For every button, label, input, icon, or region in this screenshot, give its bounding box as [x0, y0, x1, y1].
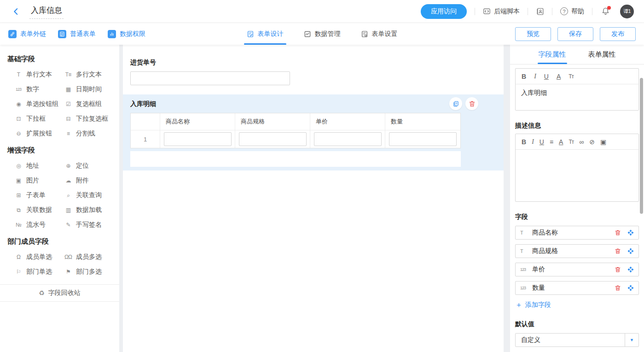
panel-scrollbar-thumb[interactable] — [640, 78, 643, 214]
field-row-product-name[interactable]: T 商品名称 — [515, 226, 639, 240]
data-permission-label: 数据权限 — [120, 30, 145, 38]
palette-item-subform[interactable]: ⊞子表单 — [15, 191, 64, 199]
field-title-input[interactable]: 入库明细 — [516, 84, 638, 110]
align-icon[interactable]: ≡ — [550, 139, 553, 145]
back-button[interactable] — [10, 6, 22, 18]
palette-item-label: 部门单选 — [26, 268, 52, 276]
palette-grid-members: Ω成员单选 ΩΩ成员多选 ⚐部门单选 ⚑部门多选 — [0, 253, 119, 276]
insert-image-icon[interactable]: ▣ — [600, 139, 606, 145]
palette-item-label: 定位 — [76, 162, 89, 170]
palette-item-location[interactable]: ⊕定位 — [64, 162, 116, 170]
form-external-link-button[interactable]: 表单外链 — [8, 30, 46, 38]
unlink-icon[interactable]: ⊘ — [589, 139, 595, 145]
tab-data-manage[interactable]: 数据管理 — [304, 23, 341, 45]
publish-button[interactable]: 发布 — [600, 27, 636, 41]
copy-widget-button[interactable] — [449, 97, 462, 110]
palette-item-dropdown-multi[interactable]: ⊟下拉复选框 — [64, 115, 116, 123]
underline-icon[interactable]: U — [544, 73, 549, 80]
tab-field-properties[interactable]: 字段属性 — [539, 45, 566, 64]
backend-script-button[interactable]: 后端脚本 — [483, 7, 520, 16]
contacts-button[interactable] — [536, 7, 544, 16]
tab-form-properties[interactable]: 表单属性 — [588, 45, 616, 64]
delete-field-button[interactable] — [615, 266, 621, 273]
field-recycle-bin-button[interactable]: ♻ 字段回收站 — [0, 284, 119, 302]
help-button[interactable]: 帮助 — [560, 7, 584, 16]
purchase-order-input[interactable] — [130, 71, 290, 85]
palette-item-label: 成员多选 — [76, 253, 102, 261]
link-icon[interactable]: ∞ — [579, 139, 584, 145]
description-input[interactable] — [516, 150, 638, 201]
default-value-select[interactable]: 自定义 ▼ — [515, 333, 639, 347]
move-field-handle[interactable] — [627, 266, 634, 273]
palette-item-dept-multi[interactable]: ⚑部门多选 — [64, 268, 116, 276]
data-permission-button[interactable]: 数据权限 — [108, 30, 145, 38]
palette-item-dept-single[interactable]: ⚐部门单选 — [15, 268, 64, 276]
default-value-label: 默认值 — [515, 320, 639, 329]
number-icon: 123 — [15, 87, 22, 92]
column-header[interactable]: 数量 — [385, 113, 460, 130]
palette-item-linked-data[interactable]: ⧉关联数据 — [15, 206, 64, 214]
italic-icon[interactable]: I — [534, 73, 536, 80]
delete-field-button[interactable] — [615, 229, 621, 236]
field-row-quantity[interactable]: 123 数量 — [515, 281, 639, 295]
bold-icon[interactable]: B — [522, 73, 526, 80]
product-spec-cell-input[interactable] — [239, 132, 307, 146]
field-row-unit-price[interactable]: 123 单价 — [515, 263, 639, 276]
palette-item-address[interactable]: ◎地址 — [15, 162, 64, 170]
product-name-cell-input[interactable] — [164, 132, 232, 146]
italic-icon[interactable]: I — [532, 139, 534, 145]
palette-item-label: 流水号 — [26, 221, 46, 229]
palette-item-dropdown[interactable]: ⊡下拉框 — [15, 115, 64, 123]
palette-item-radio-group[interactable]: ◉单选按钮组 — [15, 100, 64, 108]
palette-item-attachment[interactable]: ☁附件 — [64, 176, 116, 185]
normal-form-button[interactable]: 普通表单 — [58, 30, 96, 38]
save-button[interactable]: 保存 — [557, 27, 593, 41]
palette-item-label: 数字 — [26, 85, 39, 94]
palette-item-member-single[interactable]: Ω成员单选 — [15, 253, 64, 261]
field-name: 单价 — [532, 265, 608, 274]
palette-item-serial-number[interactable]: №流水号 — [15, 221, 64, 229]
field-row-product-spec[interactable]: T 商品规格 — [515, 244, 639, 258]
palette-item-single-line-text[interactable]: T单行文本 — [15, 70, 64, 79]
move-field-handle[interactable] — [627, 248, 634, 254]
subform-widget-selected[interactable]: 入库明细 商品名称 商品规格 单价 数量 — [123, 94, 504, 170]
bold-icon[interactable]: B — [522, 139, 526, 145]
user-avatar[interactable]: 谭1 — [620, 5, 634, 18]
palette-item-datetime[interactable]: ▦日期时间 — [64, 85, 116, 94]
palette-item-member-multi[interactable]: ΩΩ成员多选 — [64, 253, 116, 261]
preview-button[interactable]: 预览 — [515, 27, 551, 41]
font-size-icon[interactable]: Tт — [569, 74, 574, 79]
add-field-label: 添加字段 — [525, 301, 551, 309]
tab-form-design[interactable]: 表单设计 — [247, 23, 284, 45]
tab-form-settings[interactable]: 表单设置 — [361, 23, 398, 45]
palette-item-linked-query[interactable]: ⌕关联查询 — [64, 191, 116, 199]
palette-item-multi-line-text[interactable]: T≡多行文本 — [64, 70, 116, 79]
app-access-button[interactable]: 应用访问 — [421, 4, 467, 19]
font-color-icon[interactable]: A — [559, 139, 563, 145]
field-name: 商品规格 — [532, 247, 608, 255]
palette-item-data-load[interactable]: ▥数据加载 — [64, 206, 116, 214]
unit-price-cell-input[interactable] — [314, 132, 382, 146]
column-header[interactable]: 单价 — [310, 113, 385, 130]
form-title-edit[interactable]: 入库信息 — [29, 4, 64, 19]
palette-item-signature[interactable]: ✎手写签名 — [64, 221, 116, 229]
delete-field-button[interactable] — [615, 248, 621, 254]
column-header[interactable]: 商品规格 — [235, 113, 310, 130]
move-field-handle[interactable] — [627, 229, 634, 236]
delete-field-button[interactable] — [615, 285, 621, 291]
palette-item-extend-button[interactable]: ⊖扩展按钮 — [15, 129, 64, 138]
palette-item-image[interactable]: ▣图片 — [15, 176, 64, 185]
font-color-icon[interactable]: A — [557, 73, 561, 80]
palette-item-checkbox-group[interactable]: ☑复选框组 — [64, 100, 116, 108]
underline-icon[interactable]: U — [540, 139, 544, 145]
palette-item-divider[interactable]: ≡分割线 — [64, 129, 116, 138]
notifications-button[interactable] — [601, 7, 610, 16]
palette-item-number[interactable]: 123数字 — [15, 85, 64, 94]
add-field-button[interactable]: ＋ 添加字段 — [515, 301, 639, 309]
column-header[interactable]: 商品名称 — [160, 113, 235, 130]
properties-tabs: 字段属性 表单属性 — [510, 45, 644, 65]
move-field-handle[interactable] — [627, 285, 634, 291]
quantity-cell-input[interactable] — [389, 132, 457, 146]
delete-widget-button[interactable] — [465, 97, 478, 110]
font-size-icon[interactable]: Tт — [569, 139, 574, 145]
